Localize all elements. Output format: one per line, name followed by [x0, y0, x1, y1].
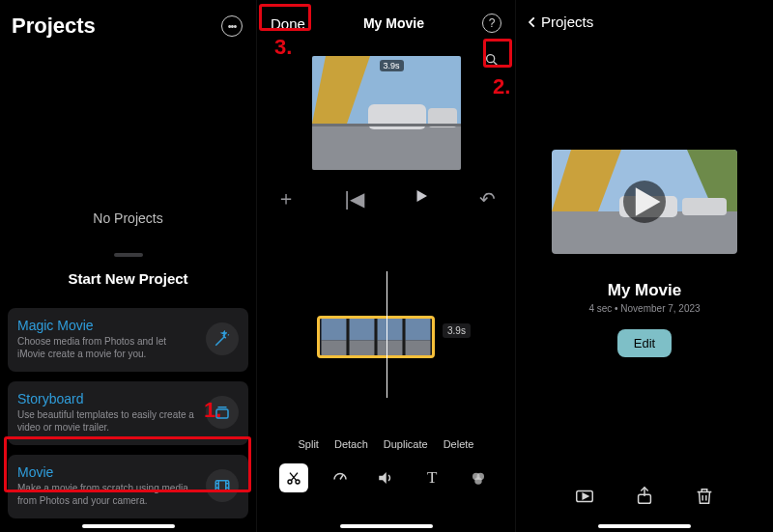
filters-tool[interactable] [464, 463, 493, 492]
clip-actions: Split Detach Duplicate Delete [257, 438, 515, 450]
svg-line-27 [291, 473, 298, 481]
project-actions-bar [516, 486, 773, 511]
timeline-clip[interactable] [317, 316, 435, 358]
svg-point-33 [474, 477, 482, 485]
project-meta: 4 sec • November 7, 2023 [516, 303, 773, 314]
svg-marker-30 [380, 472, 387, 484]
svg-rect-22 [378, 340, 403, 355]
svg-rect-39 [682, 198, 727, 215]
speed-tool[interactable] [326, 463, 355, 492]
svg-rect-21 [378, 319, 403, 340]
duplicate-button[interactable]: Duplicate [384, 438, 428, 450]
svg-rect-24 [406, 340, 431, 355]
svg-rect-19 [350, 319, 375, 340]
project-detail-panel: Projects My Movie 4 sec • November 7, 20… [516, 0, 773, 532]
svg-rect-11 [312, 124, 461, 170]
svg-rect-23 [406, 319, 431, 340]
projects-header: Projects ••• [0, 0, 256, 46]
start-new-project-label: Start New Project [0, 270, 256, 287]
svg-line-28 [290, 473, 297, 481]
help-icon[interactable]: ? [482, 14, 501, 33]
home-indicator [82, 524, 175, 528]
edit-button[interactable]: Edit [617, 329, 672, 357]
annotation-box-done [259, 4, 311, 31]
svg-rect-15 [312, 124, 461, 126]
add-media-button[interactable]: ＋ [276, 185, 296, 211]
home-indicator [340, 524, 433, 528]
delete-button[interactable]: Delete [444, 438, 474, 450]
undo-button[interactable]: ↶ [479, 187, 496, 210]
annotation-box-movie [4, 436, 251, 492]
playhead[interactable] [386, 271, 387, 398]
skip-back-button[interactable]: |◀ [345, 187, 364, 210]
text-tool[interactable]: T [417, 463, 446, 492]
volume-tool[interactable] [371, 463, 400, 492]
annotation-label-2: 2. [493, 74, 510, 99]
tool-bar: T [257, 463, 515, 492]
svg-line-29 [340, 475, 343, 480]
play-button[interactable] [413, 187, 430, 210]
share-button[interactable] [634, 486, 655, 511]
back-label: Projects [541, 14, 593, 30]
card-title: Magic Movie [17, 318, 196, 333]
card-desc: Choose media from Photos and let iMovie … [17, 335, 196, 360]
editor-controls: ＋ |◀ ↶ [257, 170, 515, 211]
svg-marker-40 [636, 187, 661, 215]
svg-rect-20 [350, 340, 375, 355]
home-indicator [598, 524, 691, 528]
project-thumbnail[interactable] [552, 150, 737, 254]
annotation-label-1: 1. [204, 398, 221, 423]
svg-marker-16 [417, 190, 428, 202]
movie-title: My Movie [363, 15, 424, 31]
svg-marker-42 [583, 493, 588, 499]
editor-panel: Done My Movie ? 3. 2. 3.9s ＋ |◀ ↶ [257, 0, 516, 532]
preview-duration-badge: 3.9s [380, 60, 404, 71]
wand-icon [206, 322, 239, 355]
clip-duration-label: 3.9s [443, 323, 471, 338]
delete-button[interactable] [694, 486, 715, 511]
back-button[interactable]: Projects [516, 0, 773, 38]
detach-button[interactable]: Detach [334, 438, 368, 450]
card-magic-movie[interactable]: Magic Movie Choose media from Photos and… [8, 308, 248, 372]
card-title: Storyboard [17, 391, 196, 406]
more-icon[interactable]: ••• [221, 15, 243, 37]
card-desc: Use beautiful templates to easily create… [17, 408, 196, 434]
no-projects-label: No Projects [0, 210, 256, 226]
projects-panel: Projects ••• No Projects Start New Proje… [0, 0, 257, 532]
video-preview[interactable]: 3.9s [312, 56, 461, 170]
svg-rect-17 [322, 319, 347, 340]
play-project-button[interactable] [574, 486, 595, 511]
annotation-box-zoom [483, 39, 512, 68]
play-overlay-icon [623, 181, 666, 223]
project-name: My Movie [516, 281, 773, 300]
sheet-handle[interactable] [114, 253, 143, 257]
annotation-label-3: 3. [274, 35, 292, 60]
svg-rect-18 [322, 340, 347, 355]
cut-tool[interactable] [279, 463, 308, 492]
split-button[interactable]: Split [299, 438, 319, 450]
timeline[interactable]: 3.9s [257, 279, 515, 390]
projects-title: Projects [12, 14, 96, 39]
